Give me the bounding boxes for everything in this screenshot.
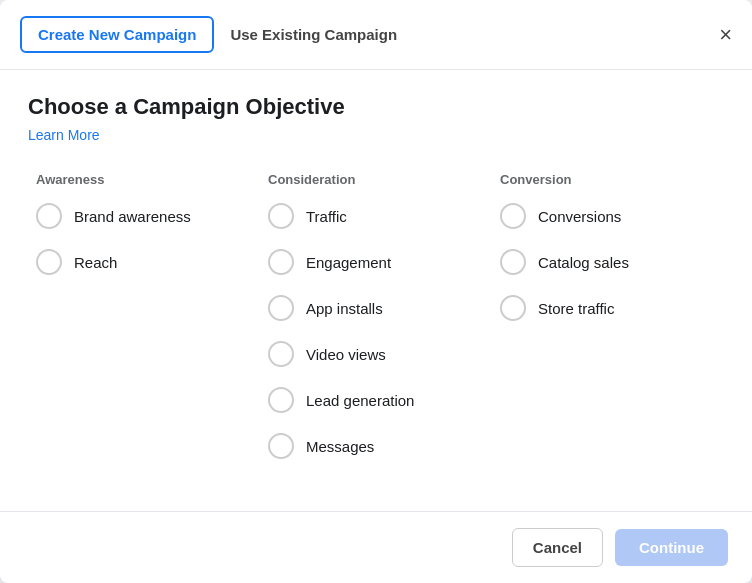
objective-label: Brand awareness bbox=[74, 208, 191, 225]
awareness-column-label: Awareness bbox=[36, 172, 252, 187]
objective-label: Catalog sales bbox=[538, 254, 629, 271]
objective-label: Reach bbox=[74, 254, 117, 271]
objective-label: Traffic bbox=[306, 208, 347, 225]
objective-label: App installs bbox=[306, 300, 383, 317]
radio-lead-generation[interactable] bbox=[268, 387, 294, 413]
modal-footer: Cancel Continue bbox=[0, 511, 752, 583]
conversion-column: Conversion Conversions Catalog sales Sto… bbox=[492, 172, 724, 479]
objective-label: Engagement bbox=[306, 254, 391, 271]
list-item[interactable]: App installs bbox=[268, 295, 484, 321]
list-item[interactable]: Store traffic bbox=[500, 295, 716, 321]
list-item[interactable]: Lead generation bbox=[268, 387, 484, 413]
objective-label: Messages bbox=[306, 438, 374, 455]
objective-label: Lead generation bbox=[306, 392, 414, 409]
list-item[interactable]: Brand awareness bbox=[36, 203, 252, 229]
objectives-grid: Awareness Brand awareness Reach Consider… bbox=[28, 172, 724, 479]
list-item[interactable]: Reach bbox=[36, 249, 252, 275]
list-item[interactable]: Catalog sales bbox=[500, 249, 716, 275]
objective-label: Store traffic bbox=[538, 300, 614, 317]
radio-messages[interactable] bbox=[268, 433, 294, 459]
modal-body: Choose a Campaign Objective Learn More A… bbox=[0, 70, 752, 511]
objective-label: Video views bbox=[306, 346, 386, 363]
consideration-column: Consideration Traffic Engagement App ins… bbox=[260, 172, 492, 479]
modal-header: Create New Campaign Use Existing Campaig… bbox=[0, 0, 752, 70]
list-item[interactable]: Traffic bbox=[268, 203, 484, 229]
tab-use-existing[interactable]: Use Existing Campaign bbox=[214, 18, 413, 51]
radio-catalog-sales[interactable] bbox=[500, 249, 526, 275]
modal-container: Create New Campaign Use Existing Campaig… bbox=[0, 0, 752, 583]
radio-reach[interactable] bbox=[36, 249, 62, 275]
radio-store-traffic[interactable] bbox=[500, 295, 526, 321]
radio-conversions[interactable] bbox=[500, 203, 526, 229]
page-title: Choose a Campaign Objective bbox=[28, 94, 724, 120]
list-item[interactable]: Conversions bbox=[500, 203, 716, 229]
radio-app-installs[interactable] bbox=[268, 295, 294, 321]
radio-video-views[interactable] bbox=[268, 341, 294, 367]
cancel-button[interactable]: Cancel bbox=[512, 528, 603, 567]
close-button[interactable]: × bbox=[719, 24, 732, 46]
radio-brand-awareness[interactable] bbox=[36, 203, 62, 229]
consideration-column-label: Consideration bbox=[268, 172, 484, 187]
list-item[interactable]: Engagement bbox=[268, 249, 484, 275]
list-item[interactable]: Video views bbox=[268, 341, 484, 367]
tab-create-new[interactable]: Create New Campaign bbox=[20, 16, 214, 53]
awareness-column: Awareness Brand awareness Reach bbox=[28, 172, 260, 479]
radio-engagement[interactable] bbox=[268, 249, 294, 275]
conversion-column-label: Conversion bbox=[500, 172, 716, 187]
radio-traffic[interactable] bbox=[268, 203, 294, 229]
list-item[interactable]: Messages bbox=[268, 433, 484, 459]
learn-more-link[interactable]: Learn More bbox=[28, 127, 100, 143]
objective-label: Conversions bbox=[538, 208, 621, 225]
continue-button[interactable]: Continue bbox=[615, 529, 728, 566]
